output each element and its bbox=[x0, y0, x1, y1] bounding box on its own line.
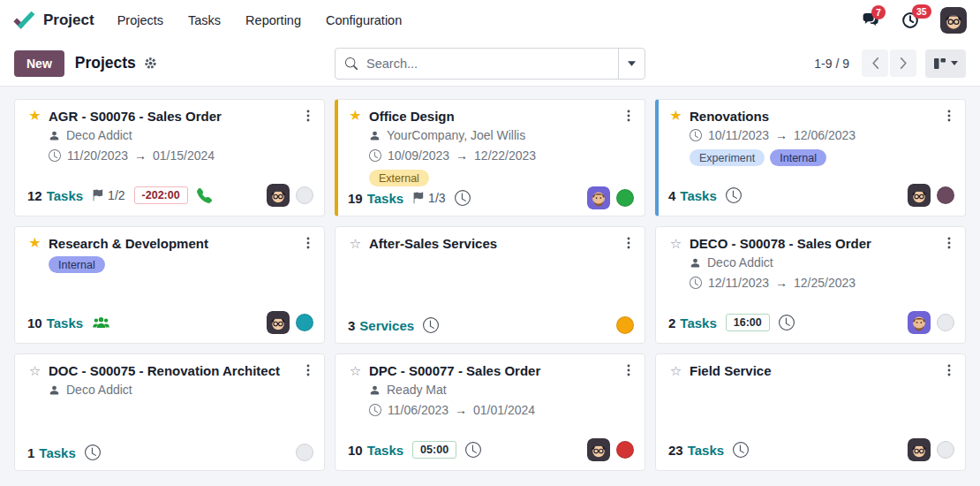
collaborators-icon[interactable] bbox=[92, 315, 110, 330]
milestone-progress[interactable]: 1/3 bbox=[412, 191, 445, 205]
record-count-label: Tasks bbox=[47, 188, 83, 203]
star-icon[interactable]: ★ bbox=[668, 109, 683, 123]
record-count-link[interactable]: 10 Tasks bbox=[27, 315, 83, 330]
kebab-menu-icon[interactable] bbox=[944, 108, 954, 124]
project-card[interactable]: ★ Research & Development Internal 10 Tas… bbox=[14, 226, 325, 344]
project-card[interactable]: ☆ DECO - S00078 - Sales Order Deco Addic… bbox=[655, 226, 966, 344]
recurrent-clock-icon[interactable] bbox=[779, 315, 795, 330]
avatar-glasses[interactable] bbox=[267, 311, 290, 334]
status-indicator[interactable] bbox=[616, 189, 634, 207]
kebab-menu-icon[interactable] bbox=[623, 362, 634, 378]
footer-right bbox=[908, 438, 954, 461]
project-card[interactable]: ☆ Field Service 23 Tasks bbox=[655, 353, 966, 471]
kebab-menu-icon[interactable] bbox=[303, 362, 313, 378]
messages-button[interactable]: 7 bbox=[861, 12, 880, 28]
avatar-glasses[interactable] bbox=[908, 184, 931, 207]
project-card[interactable]: ☆ DPC - S00077 - Sales Order Ready Mat 1… bbox=[335, 353, 645, 471]
record-count-link[interactable]: 19 Tasks bbox=[348, 191, 403, 206]
settings-gear-icon[interactable] bbox=[144, 57, 157, 70]
search-input[interactable] bbox=[359, 57, 618, 71]
record-count-link[interactable]: 4 Tasks bbox=[668, 188, 717, 203]
tag-internal[interactable]: Internal bbox=[770, 149, 826, 166]
footer-right bbox=[616, 316, 634, 334]
allocated-time-badge[interactable]: 05:00 bbox=[412, 441, 456, 459]
status-indicator[interactable] bbox=[616, 316, 634, 334]
project-title[interactable]: DECO - S00078 - Sales Order bbox=[690, 236, 871, 251]
star-icon[interactable]: ★ bbox=[27, 109, 42, 123]
star-icon[interactable]: ☆ bbox=[668, 364, 683, 377]
project-title[interactable]: AGR - S00076 - Sales Order bbox=[49, 109, 222, 124]
star-icon[interactable]: ★ bbox=[348, 109, 363, 123]
tag-experiment[interactable]: Experiment bbox=[690, 149, 765, 166]
record-count-link[interactable]: 12 Tasks bbox=[27, 188, 83, 203]
project-title[interactable]: After-Sales Services bbox=[369, 236, 497, 251]
view-switcher-button[interactable] bbox=[925, 49, 966, 78]
search-filter-toggle[interactable] bbox=[618, 49, 645, 79]
project-card[interactable]: ☆ After-Sales Services 3 Services bbox=[335, 226, 645, 344]
menu-item-tasks[interactable]: Tasks bbox=[188, 0, 221, 41]
tag-internal[interactable]: Internal bbox=[49, 256, 105, 273]
recurrent-clock-icon[interactable] bbox=[465, 442, 481, 458]
avatar-beard[interactable] bbox=[908, 311, 931, 334]
project-title[interactable]: DOC - S00075 - Renovation Architect bbox=[49, 363, 280, 378]
project-card[interactable]: ★ Renovations 10/11/2023 → 12/06/2023 Ex… bbox=[655, 99, 966, 216]
star-icon[interactable]: ★ bbox=[27, 236, 42, 250]
recurrent-clock-icon[interactable] bbox=[726, 187, 742, 203]
record-count-link[interactable]: 10 Tasks bbox=[348, 443, 403, 458]
avatar-beard[interactable] bbox=[587, 186, 610, 209]
kebab-menu-icon[interactable] bbox=[944, 362, 954, 378]
kebab-menu-icon[interactable] bbox=[303, 108, 313, 124]
status-indicator[interactable] bbox=[296, 186, 313, 204]
status-indicator[interactable] bbox=[937, 314, 954, 331]
status-indicator[interactable] bbox=[616, 441, 634, 459]
milestone-progress[interactable]: 1/2 bbox=[92, 188, 124, 202]
tag-external[interactable]: External bbox=[369, 170, 429, 186]
recurrent-clock-icon[interactable] bbox=[733, 442, 749, 458]
search-bar bbox=[335, 48, 645, 80]
pager-next-button[interactable] bbox=[890, 49, 916, 77]
record-count-link[interactable]: 2 Tasks bbox=[668, 315, 717, 330]
project-title[interactable]: Research & Development bbox=[49, 236, 208, 251]
activities-button[interactable]: 35 bbox=[901, 11, 919, 29]
menu-item-configuration[interactable]: Configuration bbox=[326, 0, 402, 41]
date-clock-icon bbox=[690, 129, 702, 141]
record-count-link[interactable]: 1 Tasks bbox=[27, 445, 76, 460]
user-avatar[interactable] bbox=[940, 7, 967, 34]
recurrent-clock-icon[interactable] bbox=[455, 190, 471, 206]
card-header: ★ Research & Development bbox=[27, 235, 313, 251]
kebab-menu-icon[interactable] bbox=[623, 108, 634, 124]
avatar-glasses[interactable] bbox=[587, 438, 610, 461]
pager-previous-button[interactable] bbox=[862, 49, 888, 77]
star-icon[interactable]: ☆ bbox=[668, 237, 683, 250]
project-card[interactable]: ☆ DOC - S00075 - Renovation Architect De… bbox=[14, 353, 325, 471]
status-indicator[interactable] bbox=[296, 444, 313, 461]
star-icon[interactable]: ☆ bbox=[348, 237, 363, 250]
status-indicator[interactable] bbox=[937, 186, 954, 204]
star-icon[interactable]: ☆ bbox=[27, 364, 42, 377]
record-count-link[interactable]: 23 Tasks bbox=[668, 443, 724, 458]
menu-item-projects[interactable]: Projects bbox=[117, 0, 163, 41]
allocated-time-badge[interactable]: -202:00 bbox=[134, 186, 188, 204]
project-title[interactable]: Renovations bbox=[690, 109, 769, 124]
kebab-menu-icon[interactable] bbox=[944, 235, 954, 251]
project-title[interactable]: Office Design bbox=[369, 109, 455, 124]
menu-item-reporting[interactable]: Reporting bbox=[245, 0, 301, 41]
phone-icon[interactable] bbox=[197, 188, 212, 203]
status-indicator[interactable] bbox=[296, 314, 313, 331]
record-count-link[interactable]: 3 Services bbox=[348, 318, 414, 333]
project-card[interactable]: ★ Office Design YourCompany, Joel Willis… bbox=[335, 99, 645, 216]
new-button[interactable]: New bbox=[14, 50, 64, 77]
kebab-menu-icon[interactable] bbox=[623, 235, 634, 251]
project-card[interactable]: ★ AGR - S00076 - Sales Order Deco Addict… bbox=[14, 99, 325, 216]
avatar-glasses[interactable] bbox=[908, 438, 931, 461]
project-title[interactable]: Field Service bbox=[690, 363, 772, 378]
status-indicator[interactable] bbox=[937, 441, 954, 459]
star-icon[interactable]: ☆ bbox=[348, 364, 363, 377]
project-title[interactable]: DPC - S00077 - Sales Order bbox=[369, 363, 540, 378]
kebab-menu-icon[interactable] bbox=[303, 235, 313, 251]
recurrent-clock-icon[interactable] bbox=[85, 444, 101, 460]
allocated-time-badge[interactable]: 16:00 bbox=[726, 314, 770, 331]
avatar-glasses[interactable] bbox=[267, 184, 290, 207]
recurrent-clock-icon[interactable] bbox=[423, 317, 439, 333]
app-menu-brand[interactable]: Project bbox=[13, 11, 94, 30]
